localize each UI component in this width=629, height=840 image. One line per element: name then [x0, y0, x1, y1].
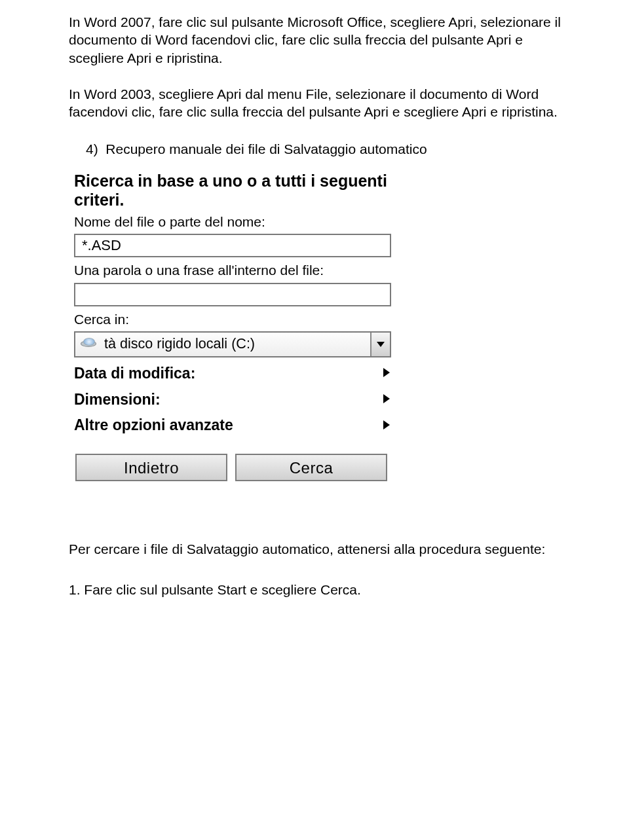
windows-search-dialog: Ricerca in base a uno o a tutti i seguen…	[74, 172, 395, 482]
svg-marker-2	[383, 394, 390, 403]
expand-row-size[interactable]: Dimensioni:	[74, 390, 391, 410]
search-button[interactable]: Cerca	[235, 454, 387, 481]
chevron-right-icon	[382, 365, 391, 382]
expand-size-label: Dimensioni:	[74, 390, 161, 410]
expand-date-label: Data di modifica:	[74, 364, 195, 384]
phrase-input[interactable]	[74, 283, 391, 306]
filename-label: Nome del file o parte del nome:	[74, 214, 395, 230]
lookin-dropdown[interactable]: tà disco rigido locali (C:)	[74, 331, 391, 357]
svg-marker-3	[383, 420, 390, 429]
expand-advanced-label: Altre opzioni avanzate	[74, 416, 233, 435]
search-dialog-title: Ricerca in base a uno o a tutti i seguen…	[74, 172, 395, 210]
dropdown-arrow-icon[interactable]	[370, 333, 390, 356]
section-heading-manual-recovery: 4) Recupero manuale dei file di Salvatag…	[69, 140, 573, 158]
paragraph-search-procedure: Per cercare i file di Salvataggio automa…	[69, 540, 573, 558]
filename-input[interactable]: *.ASD	[74, 234, 391, 257]
phrase-label: Una parola o una frase all'interno del f…	[74, 263, 395, 278]
filename-input-value: *.ASD	[82, 236, 121, 255]
back-button[interactable]: Indietro	[75, 454, 227, 481]
expand-row-date[interactable]: Data di modifica:	[74, 364, 391, 384]
dialog-button-row: Indietro Cerca	[75, 454, 395, 481]
paragraph-word-2007: In Word 2007, fare clic sul pulsante Mic…	[69, 13, 573, 67]
step-1-start-search: 1. Fare clic sul pulsante Start e scegli…	[69, 581, 573, 598]
lookin-label: Cerca in:	[74, 312, 395, 327]
disk-icon	[79, 338, 98, 351]
lookin-dropdown-value: tà disco rigido locali (C:)	[104, 335, 365, 354]
svg-marker-0	[377, 342, 385, 347]
chevron-right-icon	[382, 417, 391, 435]
chevron-right-icon	[382, 391, 391, 409]
expand-row-advanced[interactable]: Altre opzioni avanzate	[74, 416, 391, 435]
paragraph-word-2003: In Word 2003, scegliere Apri dal menu Fi…	[69, 85, 573, 121]
svg-marker-1	[383, 368, 390, 377]
